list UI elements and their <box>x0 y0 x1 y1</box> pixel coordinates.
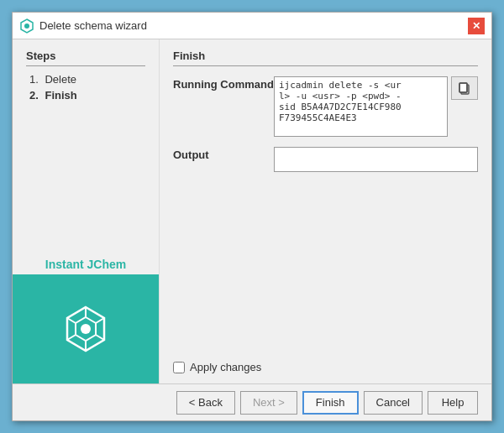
svg-rect-12 <box>459 83 467 92</box>
finish-button[interactable]: Finish <box>302 391 359 415</box>
cancel-button[interactable]: Cancel <box>364 391 423 415</box>
titlebar-left: Delete schema wizard <box>19 18 147 34</box>
apply-changes-label[interactable]: Apply changes <box>173 361 261 373</box>
copy-button[interactable] <box>451 76 478 100</box>
step-label-finish: Finish <box>45 89 76 102</box>
steps-list: 1. Delete 2. Finish <box>26 73 145 102</box>
brand-label-area: Instant JChem <box>13 254 159 274</box>
dialog: Delete schema wizard ✕ Steps 1. Delete 2… <box>12 12 492 421</box>
steps-title: Steps <box>26 50 145 66</box>
close-button[interactable]: ✕ <box>468 18 485 34</box>
apply-changes-text: Apply changes <box>190 361 261 373</box>
output-label: Output <box>173 147 274 161</box>
dialog-title: Delete schema wizard <box>39 19 147 32</box>
svg-line-9 <box>67 335 76 340</box>
apply-changes-row: Apply changes <box>173 361 478 373</box>
copy-icon <box>458 81 471 95</box>
step-number-2: 2. <box>29 89 39 102</box>
apply-changes-checkbox[interactable] <box>173 362 185 373</box>
help-button[interactable]: Help <box>428 391 478 415</box>
step-item-delete: 1. Delete <box>29 73 145 86</box>
sidebar: Steps 1. Delete 2. Finish Instant JChem <box>13 39 160 383</box>
svg-line-7 <box>96 335 104 340</box>
section-title: Finish <box>173 50 478 66</box>
svg-point-4 <box>81 324 91 334</box>
step-item-finish: 2. Finish <box>29 89 145 102</box>
main-content: Finish Running Command Ou <box>160 39 491 383</box>
svg-line-10 <box>67 318 76 323</box>
step-number: 1. <box>29 73 39 86</box>
content: Steps 1. Delete 2. Finish Instant JChem <box>13 39 491 383</box>
command-area <box>274 76 478 137</box>
running-command-label: Running Command <box>173 76 274 91</box>
hex-logo-icon <box>60 304 111 354</box>
steps-section: Steps 1. Delete 2. Finish <box>13 39 159 254</box>
sidebar-bottom <box>13 274 159 383</box>
footer: < Back Next > Finish Cancel Help <box>13 383 491 420</box>
step-label-delete: Delete <box>45 73 76 86</box>
app-icon <box>19 18 34 34</box>
titlebar: Delete schema wizard ✕ <box>13 13 491 39</box>
svg-point-1 <box>24 23 29 29</box>
output-row: Output <box>173 147 478 344</box>
output-textarea[interactable] <box>274 147 478 172</box>
svg-line-6 <box>96 318 104 323</box>
running-command-row: Running Command <box>173 76 478 137</box>
command-text[interactable] <box>274 76 448 137</box>
back-button[interactable]: < Back <box>176 391 235 415</box>
brand-label: Instant JChem <box>45 258 126 271</box>
next-button[interactable]: Next > <box>240 391 297 415</box>
